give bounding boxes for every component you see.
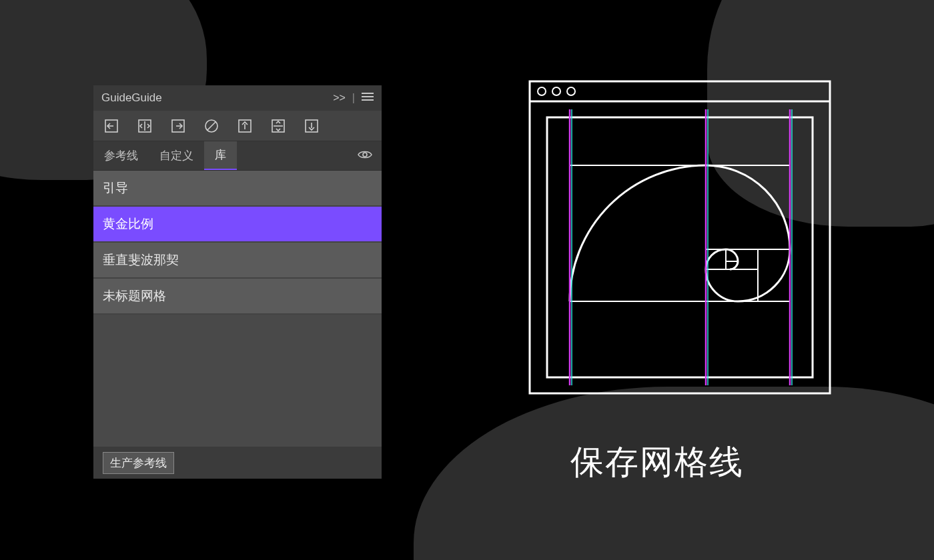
align-top-icon[interactable]	[236, 117, 254, 135]
svg-line-10	[207, 122, 215, 130]
svg-point-22	[567, 87, 575, 95]
toolbar	[93, 111, 382, 141]
tab-library[interactable]: 库	[204, 141, 237, 170]
svg-point-21	[552, 87, 560, 95]
panel-header: GuideGuide >> |	[93, 85, 382, 111]
golden-spiral-illustration	[527, 79, 833, 396]
separator: |	[352, 92, 355, 104]
menu-icon[interactable]	[362, 92, 374, 104]
svg-rect-23	[547, 117, 813, 377]
align-center-icon[interactable]	[136, 117, 153, 135]
guideguide-panel: GuideGuide >> | 参考线 自定义 库 引导 黄金比例 垂直斐波那契…	[93, 85, 382, 479]
list-empty-area	[93, 315, 382, 447]
align-middle-icon[interactable]	[270, 117, 287, 135]
svg-rect-18	[530, 81, 830, 393]
svg-point-20	[538, 87, 546, 95]
list-item[interactable]: 引导	[93, 171, 382, 207]
align-left-icon[interactable]	[103, 117, 120, 135]
panel-footer: 生产参考线	[93, 447, 382, 479]
align-bottom-icon[interactable]	[303, 117, 320, 135]
svg-rect-24	[570, 165, 790, 301]
caption: 保存网格线	[570, 440, 744, 485]
preset-list: 引导 黄金比例 垂直斐波那契 未标题网格	[93, 171, 382, 447]
visibility-icon[interactable]	[348, 149, 382, 163]
panel-title: GuideGuide	[101, 91, 333, 105]
tab-custom[interactable]: 自定义	[149, 141, 204, 170]
align-right-icon[interactable]	[169, 117, 187, 135]
collapse-button[interactable]: >>	[333, 92, 346, 104]
tab-guides[interactable]: 参考线	[93, 141, 149, 170]
list-item[interactable]: 未标题网格	[93, 279, 382, 315]
list-item[interactable]: 黄金比例	[93, 207, 382, 243]
svg-point-17	[363, 153, 367, 157]
clear-icon[interactable]	[203, 117, 220, 135]
tab-bar: 参考线 自定义 库	[93, 141, 382, 171]
list-item[interactable]: 垂直斐波那契	[93, 243, 382, 279]
generate-guides-button[interactable]: 生产参考线	[103, 452, 174, 474]
